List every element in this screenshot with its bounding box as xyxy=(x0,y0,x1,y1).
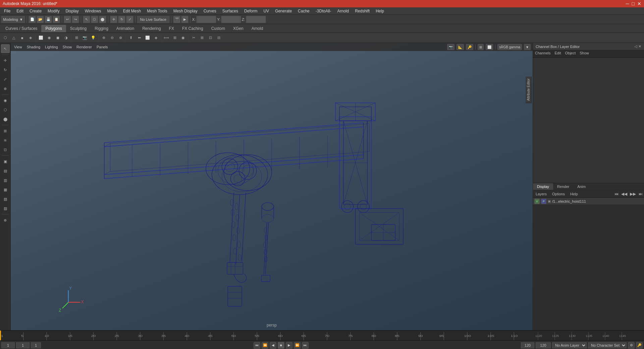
light-icon[interactable]: 💡 xyxy=(89,34,97,42)
select-edge-icon[interactable]: △ xyxy=(10,34,18,42)
menu-mesh-tools[interactable]: Mesh Tools xyxy=(144,8,170,14)
scale-btn[interactable]: ⤢ xyxy=(126,16,133,23)
ipr-btn[interactable]: ▶ xyxy=(181,16,189,23)
extrude-icon[interactable]: ⬆ xyxy=(127,34,135,42)
tab-curves-surfaces[interactable]: Curves / Surfaces xyxy=(1,25,41,32)
y-input[interactable] xyxy=(221,16,241,23)
vp-show-menu[interactable]: Show xyxy=(61,44,73,50)
snap-curve-btn[interactable]: ≋ xyxy=(1,136,10,145)
soft-sel-btn[interactable]: ◉ xyxy=(1,96,10,105)
close-btn[interactable]: ✕ xyxy=(637,1,641,6)
bridge-icon[interactable]: ⬅ xyxy=(135,34,143,42)
tab-xgen[interactable]: XGen xyxy=(229,25,248,32)
menu-surfaces[interactable]: Surfaces xyxy=(220,8,241,14)
menu-create[interactable]: Create xyxy=(27,8,44,14)
layer-btn1[interactable]: ⏮ xyxy=(613,192,620,196)
play-back-btn[interactable]: ◀ xyxy=(270,342,276,349)
tool6-btn[interactable]: ▨ xyxy=(1,204,10,213)
snap-point-btn[interactable]: ⊡ xyxy=(1,145,10,154)
menu-display[interactable]: Display xyxy=(63,8,81,14)
tool2-btn[interactable]: ▤ xyxy=(1,166,10,175)
paint-sel-btn[interactable]: ⬤ xyxy=(1,115,10,123)
tab-animation[interactable]: Animation xyxy=(112,25,138,32)
tool3-btn[interactable]: ▥ xyxy=(1,176,10,185)
smooth-mesh-icon[interactable]: ◉ xyxy=(179,34,187,42)
maximize-btn[interactable]: □ xyxy=(632,1,635,6)
panel-shrink-btn[interactable]: ◁ xyxy=(634,44,637,49)
key-btn[interactable]: 🔑 xyxy=(636,342,643,349)
select-face-icon[interactable]: ■ xyxy=(18,34,26,42)
rotate-tool-btn[interactable]: ↻ xyxy=(1,65,10,74)
saveas-btn[interactable]: 📋 xyxy=(53,16,60,23)
vp-grid-btn[interactable]: ⊞ xyxy=(478,44,484,50)
fill-icon[interactable]: ⬜ xyxy=(144,34,152,42)
tool5-btn[interactable]: ▧ xyxy=(1,195,10,203)
select-btn[interactable]: ↖ xyxy=(83,16,90,23)
no-anim-layer-select[interactable]: No Anim Layer xyxy=(552,342,587,348)
tab-rigging[interactable]: Rigging xyxy=(91,25,112,32)
anim-end-input[interactable] xyxy=(536,342,551,348)
vp-cam-btn[interactable]: 📷 xyxy=(447,44,454,50)
menu-curves[interactable]: Curves xyxy=(201,8,219,14)
menu-cache[interactable]: Cache xyxy=(295,8,312,14)
tab-anim-tab[interactable]: Anim xyxy=(573,183,590,190)
layer-btn4[interactable]: ⏭ xyxy=(637,192,644,196)
options-menu[interactable]: Options xyxy=(549,191,568,197)
tab-polygons[interactable]: Polygons xyxy=(41,25,66,32)
menu-3dtoall[interactable]: -3DtoAll- xyxy=(313,8,334,14)
undo-btn[interactable]: ↩ xyxy=(64,16,71,23)
universal-tool-btn[interactable]: ⊕ xyxy=(1,84,10,93)
tab-channels[interactable]: Channels xyxy=(533,50,552,57)
no-live-surface-btn[interactable]: No Live Surface xyxy=(137,16,169,23)
bevel-icon[interactable]: ◈ xyxy=(152,34,160,42)
tab-display[interactable]: Display xyxy=(533,183,553,190)
combine-icon[interactable]: ⊕ xyxy=(100,34,108,42)
open-btn[interactable]: 📂 xyxy=(37,16,44,23)
menu-uv[interactable]: UV xyxy=(261,8,272,14)
extract-icon[interactable]: ⊗ xyxy=(116,34,124,42)
redo-btn[interactable]: ↪ xyxy=(72,16,79,23)
vp-lighting-menu[interactable]: Lighting xyxy=(44,44,59,50)
save-btn[interactable]: 💾 xyxy=(45,16,52,23)
tab-custom[interactable]: Custom xyxy=(207,25,229,32)
layer-vis-toggle[interactable]: V xyxy=(534,199,540,204)
vp-renderer-menu[interactable]: Renderer xyxy=(75,44,93,50)
vp-shading-menu[interactable]: Shading xyxy=(25,44,42,50)
grid-icon[interactable]: ⊞ xyxy=(72,34,80,42)
tool4-btn[interactable]: ▦ xyxy=(1,185,10,194)
help-menu[interactable]: Help xyxy=(568,191,581,197)
subdivide-icon[interactable]: ⊞ xyxy=(171,34,179,42)
flat-icon[interactable]: ◼ xyxy=(54,34,62,42)
render-btn[interactable]: 🎬 xyxy=(173,16,180,23)
prev-frame-btn[interactable]: ⏪ xyxy=(262,342,268,349)
tab-fx[interactable]: FX xyxy=(165,25,178,32)
rotate-btn[interactable]: ↻ xyxy=(118,16,125,23)
layers-menu[interactable]: Layers xyxy=(533,191,549,197)
range-end-input[interactable] xyxy=(521,342,534,348)
settings-btn[interactable]: ⚙ xyxy=(628,342,635,349)
vp-key-btn[interactable]: 🔑 xyxy=(466,44,473,50)
scale-tool-btn[interactable]: ⤢ xyxy=(1,75,10,84)
tab-sculpting[interactable]: Sculpting xyxy=(66,25,91,32)
go-start-btn[interactable]: ⏮ xyxy=(254,342,260,349)
vp-gamma-dropdown[interactable]: ▼ xyxy=(524,44,531,50)
select-tool-btn[interactable]: ↖ xyxy=(1,44,10,53)
tab-object[interactable]: Object xyxy=(563,50,578,57)
menu-mesh-display[interactable]: Mesh Display xyxy=(171,8,200,14)
move-tool-btn[interactable]: ✛ xyxy=(1,56,10,65)
vp-wire-btn[interactable]: ⬜ xyxy=(486,44,493,50)
menu-edit[interactable]: Edit xyxy=(14,8,26,14)
tab-arnold[interactable]: Arnold xyxy=(248,25,267,32)
wireframe-icon[interactable]: ⬜ xyxy=(37,34,45,42)
anim-start-input[interactable] xyxy=(1,342,15,348)
minimize-btn[interactable]: ─ xyxy=(626,1,629,6)
menu-arnold[interactable]: Arnold xyxy=(334,8,352,14)
next-frame-btn[interactable]: ⏩ xyxy=(294,342,301,349)
mirror-icon[interactable]: ⟺ xyxy=(162,34,170,42)
camera-icon[interactable]: 📷 xyxy=(81,34,89,42)
vp-panels-menu[interactable]: Panels xyxy=(95,44,109,50)
stop-btn[interactable]: ■ xyxy=(278,342,284,349)
menu-redshift[interactable]: Redshift xyxy=(352,8,372,14)
menu-generate[interactable]: Generate xyxy=(272,8,294,14)
play-fwd-btn[interactable]: ▶ xyxy=(286,342,292,349)
